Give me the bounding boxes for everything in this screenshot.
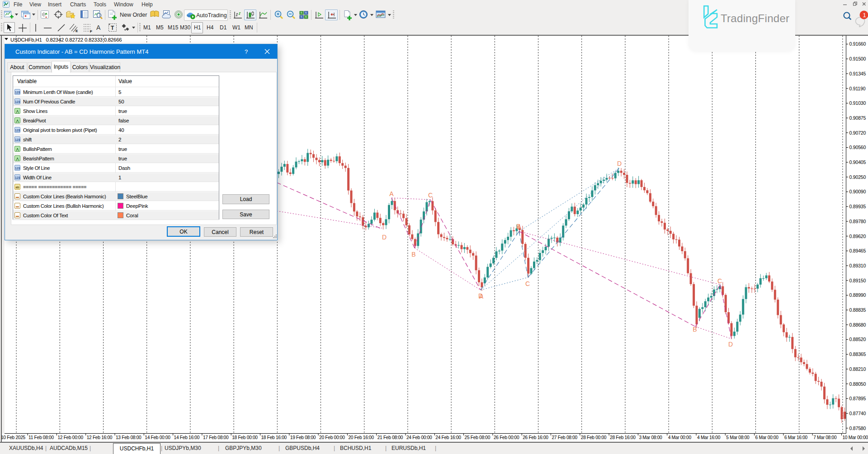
svg-text:10 Feb 2025: 10 Feb 2025 xyxy=(1,435,26,440)
svg-text:12 Feb 16:00: 12 Feb 16:00 xyxy=(87,435,113,440)
svg-text:18 Feb 00:00: 18 Feb 00:00 xyxy=(232,435,258,440)
svg-text:20 Feb 00:00: 20 Feb 00:00 xyxy=(319,435,345,440)
svg-text:17 Feb 08:00: 17 Feb 08:00 xyxy=(203,435,229,440)
svg-text:C: C xyxy=(717,277,722,285)
svg-text:0.91345: 0.91345 xyxy=(849,71,866,76)
svg-text:10 Mar 00:00: 10 Mar 00:00 xyxy=(843,435,868,440)
svg-text:0.88365: 0.88365 xyxy=(849,351,866,357)
svg-text:28 Feb 16:00: 28 Feb 16:00 xyxy=(610,435,636,440)
svg-text:0.90720: 0.90720 xyxy=(849,130,866,136)
svg-text:0.88990: 0.88990 xyxy=(849,292,866,298)
svg-text:0.90560: 0.90560 xyxy=(849,145,866,150)
svg-text:13 Feb 08:00: 13 Feb 08:00 xyxy=(116,435,142,440)
svg-text:F: F xyxy=(90,29,92,33)
svg-text:A: A xyxy=(479,293,484,300)
svg-text:T: T xyxy=(111,25,114,31)
svg-text:C: C xyxy=(525,280,530,287)
svg-text:D: D xyxy=(728,341,733,348)
svg-text:3 Mar 08:00: 3 Mar 08:00 xyxy=(639,435,662,440)
svg-text:D: D xyxy=(382,234,387,241)
svg-text:6 Mar 16:00: 6 Mar 16:00 xyxy=(784,435,808,440)
svg-text:B: B xyxy=(411,251,415,258)
svg-text:0.88680: 0.88680 xyxy=(849,322,866,328)
svg-text:0.88835: 0.88835 xyxy=(849,307,866,313)
svg-text:0.89620: 0.89620 xyxy=(849,234,866,239)
svg-text:0.90405: 0.90405 xyxy=(849,159,866,165)
svg-text:0.87740: 0.87740 xyxy=(849,411,866,416)
svg-text:11 Feb 08:00: 11 Feb 08:00 xyxy=(28,435,54,440)
svg-text:0.89780: 0.89780 xyxy=(849,219,866,224)
svg-text:0.87580: 0.87580 xyxy=(849,426,866,431)
svg-text:18 Feb 16:00: 18 Feb 16:00 xyxy=(261,435,287,440)
svg-text:0.91500: 0.91500 xyxy=(849,56,866,61)
svg-text:21 Feb 08:00: 21 Feb 08:00 xyxy=(377,435,403,440)
svg-text:25 Feb 08:00: 25 Feb 08:00 xyxy=(465,435,491,440)
svg-text:4 Mar 16:00: 4 Mar 16:00 xyxy=(697,435,721,440)
svg-text:0.87895: 0.87895 xyxy=(849,396,866,401)
svg-text:0.88050: 0.88050 xyxy=(849,381,866,387)
svg-text:6 Mar 00:00: 6 Mar 00:00 xyxy=(755,435,779,440)
svg-text:12 Feb 00:00: 12 Feb 00:00 xyxy=(57,435,83,440)
svg-text:0.90250: 0.90250 xyxy=(849,174,866,180)
svg-text:E: E xyxy=(75,29,78,33)
svg-text:19 Feb 08:00: 19 Feb 08:00 xyxy=(290,435,316,440)
svg-text:14 Feb 00:00: 14 Feb 00:00 xyxy=(145,435,170,440)
svg-text:0.91660: 0.91660 xyxy=(849,41,866,47)
svg-text:0.89150: 0.89150 xyxy=(849,278,866,283)
svg-text:D: D xyxy=(617,160,622,167)
svg-text:0.89310: 0.89310 xyxy=(849,263,866,268)
svg-text:5 Mar 08:00: 5 Mar 08:00 xyxy=(726,435,750,440)
svg-text:28 Feb 00:00: 28 Feb 00:00 xyxy=(581,435,607,440)
svg-text:0.89935: 0.89935 xyxy=(849,204,866,209)
svg-text:0.88210: 0.88210 xyxy=(849,366,866,372)
svg-text:0.91190: 0.91190 xyxy=(849,86,866,91)
svg-text:A: A xyxy=(517,223,522,230)
svg-text:26 Feb 00:00: 26 Feb 00:00 xyxy=(494,435,519,440)
svg-text:7 Mar 08:00: 7 Mar 08:00 xyxy=(813,435,837,440)
svg-text:0.90090: 0.90090 xyxy=(849,189,866,194)
svg-text:20 Feb 16:00: 20 Feb 16:00 xyxy=(348,435,374,440)
svg-text:0.90875: 0.90875 xyxy=(849,115,866,121)
svg-text:USDCHFb,H1 0.82342 0.82722 0: USDCHFb,H1 0.82342 0.82722 0.82333 0.826… xyxy=(10,37,122,42)
svg-text:C: C xyxy=(428,192,433,199)
svg-text:14 Feb 16:00: 14 Feb 16:00 xyxy=(174,435,200,440)
svg-text:0.88520: 0.88520 xyxy=(849,337,866,342)
svg-text:B: B xyxy=(693,326,697,333)
svg-text:26 Feb 16:00: 26 Feb 16:00 xyxy=(523,435,548,440)
svg-text:0.91030: 0.91030 xyxy=(849,100,866,106)
svg-text:24 Feb 16:00: 24 Feb 16:00 xyxy=(435,435,461,440)
svg-text:A: A xyxy=(389,190,394,197)
svg-text:24 Feb 00:00: 24 Feb 00:00 xyxy=(406,435,432,440)
svg-text:4 Mar 00:00: 4 Mar 00:00 xyxy=(668,435,692,440)
svg-text:0.89465: 0.89465 xyxy=(849,248,866,253)
svg-text:27 Feb 08:00: 27 Feb 08:00 xyxy=(552,435,578,440)
svg-text:1: 1 xyxy=(863,12,866,19)
